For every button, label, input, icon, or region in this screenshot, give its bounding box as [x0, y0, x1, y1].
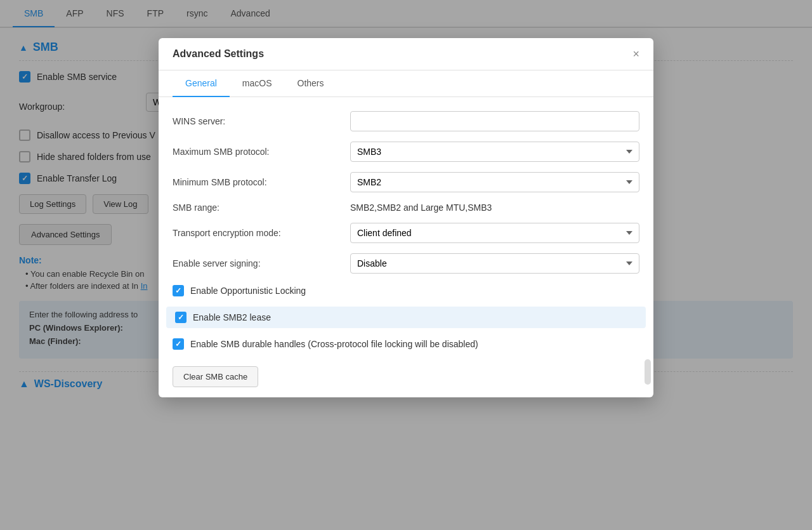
smb-range-label: SMB range: [173, 202, 350, 213]
server-signing-row: Enable server signing: Disable Auto Mand… [173, 253, 639, 274]
advanced-settings-modal: Advanced Settings × General macOS Others… [159, 38, 653, 397]
opp-locking-row: ✓ Enable Opportunistic Locking [173, 284, 639, 298]
modal-overlay: Advanced Settings × General macOS Others… [0, 0, 812, 530]
min-smb-control: SMB1 SMB2 SMB2 and Large MTU SMB3 [350, 172, 639, 192]
modal-header: Advanced Settings × [159, 38, 653, 70]
modal-body: WINS server: Maximum SMB protocol: SMB1 … [159, 97, 653, 397]
wins-server-label: WINS server: [173, 116, 350, 126]
modal-tab-macos[interactable]: macOS [230, 70, 285, 97]
min-smb-label: Minimum SMB protocol: [173, 177, 350, 187]
server-signing-label: Enable server signing: [173, 258, 350, 268]
transport-enc-select[interactable]: Disable Client defined Mandatory [350, 223, 639, 243]
durable-handles-label: Enable SMB durable handles (Cross-protoc… [190, 339, 478, 349]
transport-enc-control: Disable Client defined Mandatory [350, 223, 639, 243]
durable-handles-row: ✓ Enable SMB durable handles (Cross-prot… [173, 337, 639, 351]
modal-title: Advanced Settings [173, 48, 264, 60]
modal-tabs: General macOS Others [159, 70, 653, 97]
max-smb-select[interactable]: SMB1 SMB2 SMB2 and Large MTU SMB3 [350, 142, 639, 162]
max-smb-control: SMB1 SMB2 SMB2 and Large MTU SMB3 [350, 142, 639, 162]
wins-server-control [350, 111, 639, 131]
opp-locking-checkbox[interactable]: ✓ [173, 285, 184, 296]
server-signing-select[interactable]: Disable Auto Mandatory [350, 253, 639, 274]
opp-locking-label: Enable Opportunistic Locking [190, 286, 306, 296]
server-signing-control: Disable Auto Mandatory [350, 253, 639, 274]
transport-enc-label: Transport encryption mode: [173, 228, 350, 238]
smb-range-static: SMB2,SMB2 and Large MTU,SMB3 [350, 202, 492, 213]
wins-server-input[interactable] [350, 111, 639, 131]
wins-server-row: WINS server: [173, 111, 639, 131]
durable-handles-checkbox[interactable]: ✓ [173, 338, 184, 350]
smb-range-value: SMB2,SMB2 and Large MTU,SMB3 [350, 202, 639, 213]
transport-enc-row: Transport encryption mode: Disable Clien… [173, 223, 639, 243]
clear-smb-cache-button[interactable]: Clear SMB cache [173, 366, 258, 387]
modal-tab-others[interactable]: Others [285, 70, 337, 97]
scroll-indicator [645, 359, 651, 385]
min-smb-select[interactable]: SMB1 SMB2 SMB2 and Large MTU SMB3 [350, 172, 639, 192]
smb2-lease-checkbox[interactable]: ✓ [175, 312, 187, 323]
smb-range-row: SMB range: SMB2,SMB2 and Large MTU,SMB3 [173, 202, 639, 213]
modal-tab-general[interactable]: General [173, 70, 230, 97]
smb2-lease-row: ✓ Enable SMB2 lease [166, 307, 646, 328]
max-smb-row: Maximum SMB protocol: SMB1 SMB2 SMB2 and… [173, 142, 639, 162]
max-smb-label: Maximum SMB protocol: [173, 147, 350, 157]
modal-close-button[interactable]: × [632, 48, 639, 60]
min-smb-row: Minimum SMB protocol: SMB1 SMB2 SMB2 and… [173, 172, 639, 192]
smb2-lease-label: Enable SMB2 lease [193, 312, 271, 322]
